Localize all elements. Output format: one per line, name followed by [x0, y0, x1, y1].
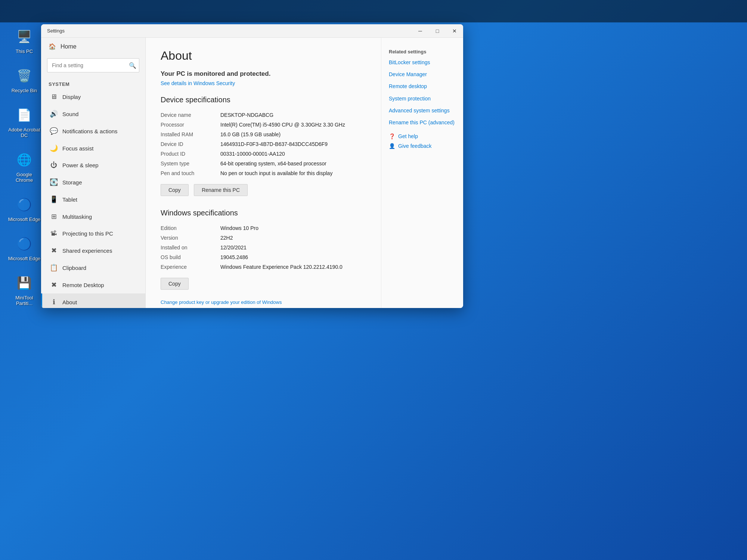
sidebar-item-power-sleep[interactable]: ⏻ Power & sleep — [41, 157, 145, 174]
advanced-system-link[interactable]: Advanced system settings — [389, 107, 456, 114]
sidebar-item-clipboard[interactable]: 📋 Clipboard — [41, 259, 145, 276]
notifications-icon: 💬 — [50, 127, 58, 135]
protection-banner: Your PC is monitored and protected. — [161, 70, 366, 78]
windows-spec-label: Edition — [161, 223, 220, 233]
sidebar-item-notifications[interactable]: 💬 Notifications & actions — [41, 122, 145, 140]
chrome-label: Google Chrome — [7, 172, 41, 183]
device-spec-row: Device ID 1464931D-F0F3-4B7D-B637-843DCC… — [161, 139, 366, 149]
focus-assist-icon: 🌙 — [50, 144, 58, 152]
device-spec-value: No pen or touch input is available for t… — [220, 168, 366, 178]
desktop-icon-recycle-bin[interactable]: 🗑️ Recycle Bin — [7, 65, 41, 93]
bitlocker-link[interactable]: BitLocker settings — [389, 59, 456, 66]
sidebar-item-sound[interactable]: 🔊 Sound — [41, 105, 145, 122]
title-bar-controls: ─ □ ✕ — [412, 24, 463, 38]
device-spec-value: DESKTOP-NDGABCG — [220, 110, 366, 120]
windows-spec-value: 12/20/2021 — [220, 243, 366, 252]
device-spec-label: Installed RAM — [161, 130, 220, 139]
power-icon: ⏻ — [50, 161, 58, 169]
adobe-label: Adobe Acrobat DC — [7, 127, 41, 138]
desktop-icon-chrome[interactable]: 🌐 Google Chrome — [7, 149, 41, 183]
edge-label: Microsoft Edge — [8, 217, 41, 222]
multitasking-icon: ⊞ — [50, 212, 58, 221]
windows-spec-value: Windows 10 Pro — [220, 223, 366, 233]
remote-desktop-link[interactable]: Remote desktop — [389, 83, 456, 90]
device-spec-row: Processor Intel(R) Core(TM) i5-4590 CPU … — [161, 120, 366, 130]
get-help-link[interactable]: ❓ Get help — [389, 133, 456, 139]
sidebar-item-focus-assist[interactable]: 🌙 Focus assist — [41, 140, 145, 157]
sidebar-item-multitasking[interactable]: ⊞ Multitasking — [41, 208, 145, 225]
desktop-icon-minitool[interactable]: 💾 MiniTool Partiti... — [7, 273, 41, 306]
main-content: About Your PC is monitored and protected… — [146, 38, 381, 308]
window-body: 🏠 Home 🔍 System 🖥 Display 🔊 Sound — [41, 38, 463, 308]
feedback-icon: 👤 — [389, 143, 395, 149]
sidebar-item-display[interactable]: 🖥 Display — [41, 88, 145, 105]
minitool-icon: 💾 — [14, 273, 35, 293]
device-spec-label: Pen and touch — [161, 168, 220, 178]
give-feedback-link[interactable]: 👤 Give feedback — [389, 143, 456, 149]
sidebar-item-storage-label: Storage — [62, 179, 82, 186]
sidebar: 🏠 Home 🔍 System 🖥 Display 🔊 Sound — [41, 38, 146, 308]
page-title: About — [161, 49, 366, 63]
sidebar-search-container: 🔍 — [47, 58, 139, 72]
windows-spec-row: Edition Windows 10 Pro — [161, 223, 366, 233]
windows-specs-heading: Windows specifications — [161, 209, 366, 217]
sidebar-item-projecting[interactable]: 📽 Projecting to this PC — [41, 225, 145, 242]
sidebar-item-storage[interactable]: 💽 Storage — [41, 174, 145, 191]
maximize-button[interactable]: □ — [429, 24, 446, 38]
system-protection-link[interactable]: System protection — [389, 95, 456, 102]
sidebar-home[interactable]: 🏠 Home — [41, 38, 145, 55]
desktop-icon-adobe[interactable]: 📄 Adobe Acrobat DC — [7, 105, 41, 138]
help-label: Get help — [398, 133, 418, 139]
search-icon: 🔍 — [129, 62, 136, 69]
sidebar-item-projecting-label: Projecting to this PC — [62, 230, 113, 237]
desktop-icon-edge[interactable]: 🔵 Microsoft Edge — [7, 194, 41, 222]
product-key-link[interactable]: Change product key or upgrade your editi… — [161, 299, 366, 305]
search-input[interactable] — [47, 58, 139, 72]
home-label: Home — [61, 43, 77, 50]
device-spec-value: 16.0 GB (15.9 GB usable) — [220, 130, 366, 139]
windows-specs-table: Edition Windows 10 ProVersion 22H2Instal… — [161, 223, 366, 272]
device-spec-row: Product ID 00331-10000-00001-AA120 — [161, 149, 366, 159]
window-title: Settings — [47, 28, 65, 34]
copy-windows-button[interactable]: Copy — [161, 278, 189, 290]
sidebar-item-remote-desktop[interactable]: ✖ Remote Desktop — [41, 276, 145, 293]
sidebar-item-shared[interactable]: ✖ Shared experiences — [41, 242, 145, 259]
minimize-button[interactable]: ─ — [412, 24, 429, 38]
windows-spec-row: Version 22H2 — [161, 233, 366, 243]
home-icon: 🏠 — [49, 43, 56, 50]
sidebar-item-tablet[interactable]: 📱 Tablet — [41, 191, 145, 208]
this-pc-icon: 🖥️ — [14, 26, 35, 47]
minitool-label: MiniTool Partiti... — [7, 295, 41, 306]
copy-device-button[interactable]: Copy — [161, 184, 189, 196]
sidebar-item-about[interactable]: ℹ About — [41, 293, 145, 308]
sidebar-item-power-sleep-label: Power & sleep — [62, 162, 99, 168]
close-button[interactable]: ✕ — [446, 24, 463, 38]
chrome-icon: 🌐 — [14, 149, 35, 170]
projecting-icon: 📽 — [50, 230, 58, 237]
sidebar-item-tablet-label: Tablet — [62, 196, 77, 203]
windows-spec-label: Installed on — [161, 243, 220, 252]
tablet-icon: 📱 — [50, 195, 58, 203]
device-spec-label: Device name — [161, 110, 220, 120]
desktop-icon-this-pc[interactable]: 🖥️ This PC — [7, 26, 41, 54]
sidebar-item-focus-assist-label: Focus assist — [62, 145, 93, 152]
rename-pc-advanced-link[interactable]: Rename this PC (advanced) — [389, 119, 456, 126]
device-manager-link[interactable]: Device Manager — [389, 71, 456, 78]
device-spec-value: 1464931D-F0F3-4B7D-B637-843DCC45D6F9 — [220, 139, 366, 149]
sidebar-item-remote-desktop-label: Remote Desktop — [62, 282, 104, 288]
windows-spec-row: Experience Windows Feature Experience Pa… — [161, 262, 366, 272]
adobe-icon: 📄 — [14, 105, 35, 125]
right-panel: Related settings BitLocker settings Devi… — [381, 38, 463, 308]
edge2-icon: 🔵 — [14, 233, 35, 254]
sidebar-item-clipboard-label: Clipboard — [62, 265, 86, 271]
sidebar-item-shared-label: Shared experiences — [62, 248, 112, 254]
clipboard-icon: 📋 — [50, 264, 58, 272]
shared-icon: ✖ — [50, 246, 58, 255]
rename-pc-button[interactable]: Rename this PC — [194, 184, 248, 196]
desktop-icon-edge2[interactable]: 🔵 Microsoft Edge — [7, 233, 41, 261]
windows-security-link[interactable]: See details in Windows Security — [161, 80, 235, 86]
device-spec-label: Processor — [161, 120, 220, 130]
this-pc-label: This PC — [16, 49, 33, 54]
windows-spec-value: Windows Feature Experience Pack 120.2212… — [220, 262, 366, 272]
device-specs-heading: Device specifications — [161, 96, 366, 104]
